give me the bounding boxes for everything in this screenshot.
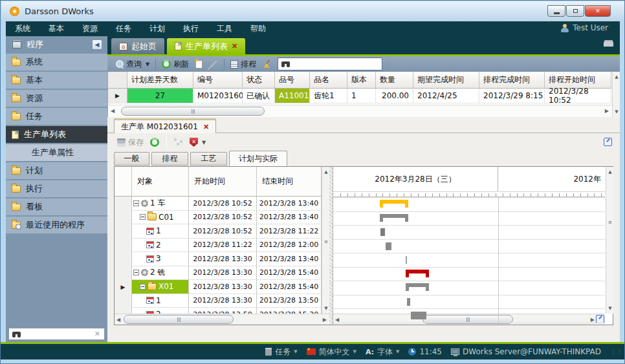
sidebar-item-1[interactable]: 系统	[6, 54, 107, 70]
grid-vscrollbar[interactable]: ▲ ▼	[612, 72, 620, 117]
tree-cell-object[interactable]: 1	[132, 294, 189, 308]
tree-col-header-2[interactable]: 开始时间	[189, 167, 257, 197]
tree-cell-object[interactable]: 1 车	[132, 197, 189, 211]
gantt-bar-6[interactable]	[406, 270, 429, 273]
tab-start-page[interactable]: ⌂ 起始页	[111, 38, 164, 54]
detail-refresh-button[interactable]	[147, 136, 162, 148]
subtab-3[interactable]: 工艺	[190, 152, 227, 166]
scroll-right-icon[interactable]: ▶	[323, 317, 327, 323]
validate-dropdown-icon[interactable]: ▼	[202, 140, 206, 145]
collapse-icon[interactable]	[133, 270, 139, 275]
query-dropdown-icon[interactable]: ▼	[146, 61, 149, 67]
tree-row-3[interactable]: 12012/3/28 10:522012/3/28 11:22	[115, 224, 322, 239]
scroll-left-icon[interactable]: ◀	[116, 317, 120, 323]
sidebar-item-6[interactable]: 生产单属性	[6, 144, 107, 161]
tree-cell-object[interactable]: X01	[132, 280, 189, 294]
grid-hscroll-thumb[interactable]	[121, 107, 265, 116]
gantt-bar-7[interactable]	[406, 283, 429, 287]
toolbar-search-input[interactable]	[291, 59, 382, 69]
menu-item-6[interactable]: 执行	[174, 21, 208, 36]
menu-item-5[interactable]: 计划	[140, 21, 174, 36]
status-item-4[interactable]: 11:45	[408, 347, 442, 356]
grid-col-header-9[interactable]: 排程完成时间	[479, 72, 545, 89]
menu-item-4[interactable]: 任务	[107, 21, 140, 36]
gantt-bar-9[interactable]	[411, 312, 426, 319]
gantt-bar-5[interactable]	[406, 256, 407, 264]
refresh-button[interactable]: 刷新	[159, 58, 192, 71]
grid-col-header-1[interactable]: 计划差异天数	[127, 72, 193, 89]
edit-button[interactable]	[206, 62, 221, 66]
document-tab-close-icon[interactable]: ✕	[203, 123, 209, 131]
tab-production-order-document[interactable]: 生产单 M012031601 ✕	[114, 118, 216, 133]
gantt-bar-2[interactable]	[380, 214, 408, 218]
tree-hscroll-thumb[interactable]	[124, 315, 234, 324]
tree-row-6[interactable]: 2 铣2012/3/28 13:302012/3/28 15:40	[115, 266, 322, 281]
collapse-icon[interactable]	[140, 214, 146, 220]
tree-row-1[interactable]: 1 车2012/3/28 10:522012/3/28 13:40	[115, 197, 322, 211]
tree-row-7[interactable]: ▶X012012/3/28 13:302012/3/28 15:40	[115, 280, 322, 294]
tree-col-header-1[interactable]: 对象	[132, 167, 189, 197]
gantt-bar-4[interactable]	[386, 242, 391, 250]
status-item-2[interactable]: 简体中文▼	[307, 347, 356, 358]
tree-cell-object[interactable]: 3	[132, 252, 189, 266]
sidebar-item-9[interactable]: 看板	[6, 198, 107, 215]
clean-button[interactable]	[259, 58, 275, 70]
tree-row-5[interactable]: 32012/3/28 13:302012/3/28 13:40	[115, 252, 322, 266]
tree-cell-object[interactable]: 2	[132, 239, 189, 253]
grid-col-header-3[interactable]: 状态	[243, 72, 275, 89]
scroll-right-icon[interactable]: ▶	[605, 108, 609, 114]
user-box[interactable]: Test User	[561, 23, 608, 32]
sidebar-item-5[interactable]: 生产单列表	[6, 126, 107, 143]
sidebar-item-3[interactable]: 资源	[6, 90, 107, 107]
gantt-bar-8[interactable]	[407, 298, 410, 306]
tree-col-header-3[interactable]: 结束时间	[257, 167, 322, 197]
grid-col-header-5[interactable]: 品名	[310, 72, 347, 89]
scroll-left-icon[interactable]: ◀	[111, 108, 115, 114]
tree-row-2[interactable]: C012012/3/28 10:522012/3/28 13:40	[115, 211, 322, 225]
collapse-icon[interactable]	[133, 200, 139, 206]
menu-item-2[interactable]: 基本	[39, 21, 73, 36]
grid-col-header-4[interactable]: 品号	[275, 72, 310, 89]
close-button[interactable]: ✕	[585, 5, 611, 17]
grid-col-header-8[interactable]: 期望完成时间	[413, 72, 479, 89]
sidebar-search-input[interactable]	[21, 329, 94, 339]
minimize-button[interactable]	[547, 5, 565, 17]
gantt-vscrollbar[interactable]: ▲ ≡ ▼	[606, 167, 613, 314]
menu-item-7[interactable]: 工具	[208, 21, 241, 36]
validate-button[interactable]: ✕ ▼	[186, 136, 209, 148]
tree-cell-object[interactable]: 2 铣	[132, 266, 189, 281]
schedule-button[interactable]: 排程	[227, 58, 259, 71]
workflow-button[interactable]	[171, 137, 186, 147]
grid-col-header-2[interactable]: 编号	[193, 72, 243, 89]
printer-icon[interactable]	[604, 41, 613, 47]
tree-row-4[interactable]: 22012/3/28 11:222012/3/28 12:00	[115, 239, 322, 253]
resize-grip-icon[interactable]: ⋮⋮	[610, 348, 623, 355]
sidebar-search-clear-icon[interactable]: ✕	[94, 330, 100, 338]
toolbar-search-clear-icon[interactable]: ✕	[382, 59, 395, 69]
new-button[interactable]	[192, 59, 206, 70]
tree-vscrollbar[interactable]: ▲ ≡ ▼	[322, 167, 329, 314]
menu-item-1[interactable]: 系统	[6, 21, 39, 36]
sidebar-item-4[interactable]: 任务	[6, 108, 107, 125]
maximize-button[interactable]	[566, 5, 584, 17]
tree-cell-object[interactable]: C01	[132, 211, 189, 225]
query-button[interactable]: 查询 ▼	[113, 58, 153, 71]
gantt-bar-1[interactable]	[380, 200, 408, 204]
dropdown-caret-icon[interactable]: ▼	[353, 349, 356, 354]
sidebar-item-8[interactable]: 执行	[6, 180, 107, 197]
status-item-5[interactable]: DWorks Server@FUNWAY-THINKPAD	[451, 347, 601, 356]
sidebar-item-7[interactable]: 计划	[6, 162, 107, 179]
sidebar-item-2[interactable]: 基本	[6, 72, 107, 89]
collapse-icon[interactable]	[140, 284, 146, 290]
sidebar-collapse-button[interactable]: ◀	[92, 39, 102, 50]
menu-item-8[interactable]: 帮助	[241, 21, 275, 36]
dropdown-caret-icon[interactable]: ▼	[396, 349, 399, 354]
tree-row-8[interactable]: 12012/3/28 13:302012/3/28 13:50	[115, 294, 322, 308]
subtab-2[interactable]: 排程	[151, 152, 188, 166]
tab-close-icon[interactable]: ✕	[232, 42, 237, 50]
tree-hscrollbar[interactable]: ◀ ▶	[115, 314, 329, 325]
save-button[interactable]: 保存	[114, 136, 147, 149]
sidebar-item-10[interactable]: 最近使用的程序	[6, 217, 107, 233]
grid-col-header-7[interactable]: 数量	[376, 72, 413, 89]
status-item-1[interactable]: 任务▼	[265, 347, 297, 358]
